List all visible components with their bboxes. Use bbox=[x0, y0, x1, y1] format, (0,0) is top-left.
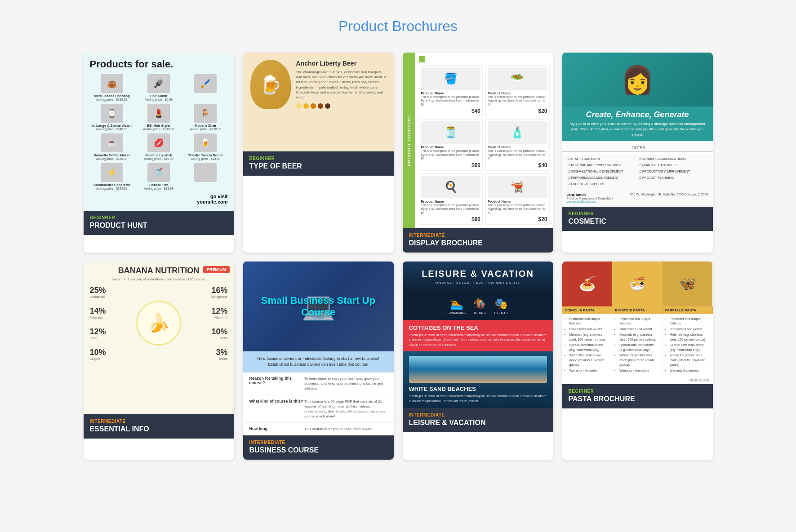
pasta-content: Prominent and unique features. Dimension… bbox=[562, 314, 713, 377]
card-title: TYPE OF BEER bbox=[249, 162, 387, 170]
product-icon: 🖌️ bbox=[194, 74, 217, 93]
page-title: Product Brochures bbox=[9, 18, 787, 35]
stat-item: 12% Fiber bbox=[90, 327, 132, 340]
offer-divider: I OFFER bbox=[562, 144, 713, 152]
card-footer: INTERMEDIATE LEISURE & VACATION bbox=[403, 408, 553, 432]
brochure-grid: Products for sale. 👜 Marc Jacobs Handbag… bbox=[84, 53, 713, 460]
list-item: 💋 Samfine Lipstick Asking price - $13.99 bbox=[137, 133, 181, 160]
product-name: Product Name bbox=[488, 200, 547, 204]
contact-info: Jane Smith Practice Management Consultan… bbox=[562, 189, 713, 207]
beer-description: The champagne-like bubbles, distinctive … bbox=[296, 70, 387, 100]
feature-item: ☑ PRODUCTIVITY IMPROVEMENT bbox=[638, 169, 708, 174]
product-icon: 🪑 bbox=[194, 104, 217, 123]
leisure-sub: UNWIND, RELAX, HAVE FUN AND ENJOY bbox=[410, 281, 546, 285]
banana-center-image: 🍌 bbox=[132, 286, 186, 360]
card-cosmetic[interactable]: 👩 Create, Enhance, Generate My goal is t… bbox=[562, 53, 713, 253]
icon-label: SWIMMING bbox=[448, 311, 466, 315]
beach-image bbox=[409, 356, 547, 383]
product-image: 🫙 bbox=[421, 121, 481, 144]
venngage-logo bbox=[419, 56, 550, 63]
feature-item: ☑ EXECUTIVE SUPPORT bbox=[567, 182, 637, 187]
product-image: 🫕 bbox=[488, 176, 547, 198]
stat-label: Iodine bbox=[216, 357, 227, 360]
stat-pct: 3% bbox=[216, 348, 227, 357]
product-desc: This is a description of this particular… bbox=[421, 204, 481, 215]
level-badge: BEGINNER bbox=[90, 215, 228, 220]
card-footer: INTERMEDIATE BUSINESS COURSE bbox=[243, 435, 394, 460]
card-footer: INTERMEDIATE DISPLAY BROCHURE bbox=[403, 228, 553, 253]
beaches-section: WHITE SAND BEACHES Lorem ipsum dolor sit… bbox=[403, 351, 553, 408]
product-name: Marc Jacobs Handbag bbox=[90, 94, 134, 98]
venngage-logo: VENNGAGE bbox=[562, 377, 713, 384]
card-business-course[interactable]: 💻 Small Business Start Up Course New bus… bbox=[243, 262, 394, 460]
card4-sidebar: Product Brochure bbox=[403, 53, 415, 228]
card6-body: PREMIUM BANANA NUTRITION based on 1 serv… bbox=[84, 262, 234, 414]
card-display-brochure[interactable]: Product Brochure 🪣 Product Name This is … bbox=[403, 53, 553, 253]
stats-left: 25% Vitamin B6 14% Potassium 12% Fiber 1… bbox=[90, 286, 132, 360]
icon-label: RIDING bbox=[473, 311, 487, 315]
card-title: ESSENTIAL INFO bbox=[90, 425, 228, 433]
card-beer[interactable]: 🍺 Anchor Liberty Beer The champagne-like… bbox=[243, 53, 394, 253]
stat-pct: 12% bbox=[211, 306, 227, 316]
list-item: 🪮 Hair Comb Asking price - $5.99 bbox=[137, 74, 181, 101]
card-title: PASTA BROCHURE bbox=[569, 395, 707, 403]
product-price: Asking price - $324.99 bbox=[90, 187, 134, 190]
product-icon: 🥤 bbox=[147, 163, 170, 182]
list-item bbox=[183, 163, 227, 190]
product-name: Bonavita Coffee Maker bbox=[90, 153, 134, 157]
stat-item: 3% Iodine bbox=[216, 348, 227, 360]
stat-pct: 25% bbox=[90, 286, 132, 295]
product-grid: 👜 Marc Jacobs Handbag Asking price - $29… bbox=[90, 74, 228, 190]
list-item: 🪑 Modern Chair Asking price - $330.99 bbox=[183, 104, 227, 131]
card-leisure[interactable]: LEISURE & VACATION UNWIND, RELAX, HAVE F… bbox=[403, 262, 553, 460]
cosmetic-sub: My goal is to drive your practice furthe… bbox=[568, 121, 707, 137]
cottages-section: COTTAGES ON THE SEA Lorem ipsum dolor si… bbox=[403, 320, 553, 352]
question: How long bbox=[249, 426, 305, 431]
course-image: 💻 Small Business Start Up Course bbox=[243, 262, 394, 351]
stat-item: 25% Vitamin B6 bbox=[90, 286, 132, 298]
course-qa: Reason for taking this course? To learn … bbox=[243, 372, 394, 436]
product-price: Asking price - $13.99 bbox=[137, 157, 181, 160]
events-icon: 🎭 bbox=[494, 297, 508, 310]
pasta-col: Prominent and unique features. Dimension… bbox=[562, 314, 613, 377]
pasta-image-2: 🍜 bbox=[612, 262, 663, 306]
product-desc: This is a description of this particular… bbox=[488, 95, 547, 106]
product-price: Asking price - $5.99 bbox=[137, 98, 181, 101]
visit-url: yoursite.com bbox=[197, 199, 227, 204]
list-item: 🍳 Product Name This is a description of … bbox=[419, 173, 483, 225]
sidebar-text: Product Brochure bbox=[407, 115, 411, 166]
stat-item: 10% Biotin bbox=[211, 327, 227, 340]
card-title: BUSINESS COURSE bbox=[249, 446, 387, 454]
contact-email: youremail@mail.com bbox=[567, 200, 614, 203]
stat-label: Fiber bbox=[90, 337, 132, 340]
contact-title: Practice Management Consultant bbox=[567, 197, 614, 200]
features-list: ☑ STAFF EDUCATION ☑ VENDOR COMMUNICATION… bbox=[562, 155, 713, 189]
card-pasta[interactable]: 🍝 🍜 🦋 CONCILIA PASTA RIGATONI PASTA FARF… bbox=[562, 262, 713, 460]
product-name: Hair Comb bbox=[137, 94, 181, 98]
svg-rect-0 bbox=[419, 56, 425, 62]
card-banana[interactable]: PREMIUM BANANA NUTRITION based on 1 serv… bbox=[84, 262, 234, 460]
contact-address: 555 W. Washington St. Suite No. 5555 Chi… bbox=[630, 193, 708, 203]
card-product-hunt[interactable]: Products for sale. 👜 Marc Jacobs Handbag… bbox=[84, 53, 234, 253]
answer: This course is for you to keep, read at … bbox=[304, 426, 387, 431]
product-icon: 💄 bbox=[147, 104, 170, 123]
stat-item: 16% Manganese bbox=[211, 286, 228, 298]
section-title: COTTAGES ON THE SEA bbox=[409, 324, 547, 331]
premium-badge: PREMIUM bbox=[203, 266, 230, 273]
stat-pct: 12% bbox=[90, 327, 132, 337]
card1-title: Products for sale. bbox=[90, 59, 228, 70]
list-item: ⚡ Commander Generator Asking price - $32… bbox=[90, 163, 134, 190]
product-name: Product Name bbox=[421, 200, 481, 204]
level-badge: BEGINNER bbox=[569, 389, 707, 394]
level-badge: INTERMEDIATE bbox=[90, 419, 228, 424]
feature-item: ☑ VENDOR COMMUNICATIONS bbox=[638, 156, 708, 162]
list-item: ☕ Bonavita Coffee Maker Asking price - $… bbox=[90, 133, 134, 160]
section-text: Lorem ipsum dolor sit amet, consectetur … bbox=[409, 394, 547, 403]
product-image: 🧴 bbox=[488, 121, 547, 144]
product-name: Product Name bbox=[488, 145, 547, 149]
product-image: 🪣 bbox=[421, 67, 481, 90]
product-name: Commander Generator bbox=[90, 183, 134, 187]
leisure-icons: 🏊 SWIMMING 🏇 RIDING 🎭 EVENTS bbox=[403, 292, 553, 320]
color-dot-3 bbox=[311, 103, 316, 109]
cosmetic-image: 👩 bbox=[562, 53, 713, 106]
